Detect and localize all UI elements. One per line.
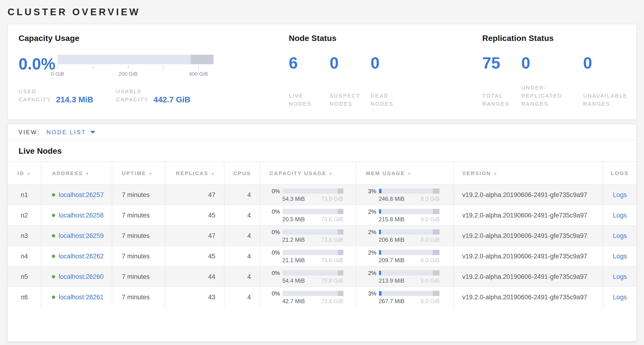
node-cpus: 4 bbox=[224, 184, 260, 205]
node-replicas: 44 bbox=[165, 266, 224, 287]
node-logs-cell: Logs bbox=[603, 205, 636, 225]
tick-mark bbox=[198, 66, 199, 69]
capacity-gauge-bar bbox=[58, 55, 214, 64]
node-status-title: Node Status bbox=[289, 34, 482, 43]
capacity-used-value: 20.5 MiB bbox=[282, 216, 305, 222]
node-capacity-usage-cell: 0% 42.7 MiB 73.8 GiB bbox=[260, 287, 356, 307]
node-address-link[interactable]: localhost:26258 bbox=[59, 211, 104, 219]
node-capacity-usage-cell: 0% 54.3 MiB 73.8 GiB bbox=[260, 184, 356, 205]
total-ranges-label: TOTAL RANGES bbox=[482, 92, 516, 108]
mem-bar-dark-segment bbox=[433, 188, 440, 194]
live-nodes-stat: 6 LIVE NODES bbox=[289, 55, 324, 108]
mem-bar-dark-segment bbox=[433, 291, 440, 296]
column-header-id[interactable]: ID▼ bbox=[8, 162, 42, 184]
mem-bar-fill bbox=[379, 271, 381, 275]
under-replicated-label: UNDER-REPLICATED RANGES bbox=[521, 84, 578, 108]
node-id: n3 bbox=[8, 225, 42, 246]
live-nodes-title: Live Nodes bbox=[18, 147, 636, 156]
node-address-cell: localhost:26259 bbox=[42, 225, 112, 246]
node-address-link[interactable]: localhost:26260 bbox=[59, 273, 104, 280]
node-address-link[interactable]: localhost:26262 bbox=[59, 252, 104, 260]
capacity-used-value: 21.1 MiB bbox=[282, 257, 305, 263]
node-mem-usage-cell: 2% 209.7 MiB 8.0 GiB bbox=[356, 246, 453, 266]
live-status-dot-icon bbox=[52, 275, 56, 278]
mem-bar-fill bbox=[379, 209, 381, 214]
capacity-total-value: 73.8 GiB bbox=[321, 257, 343, 263]
node-address-link[interactable]: localhost:26261 bbox=[59, 294, 104, 301]
column-header-address[interactable]: ADDRESS▼ bbox=[42, 162, 112, 184]
column-header-version[interactable]: VERSION▼ bbox=[454, 162, 603, 184]
logs-link[interactable]: Logs bbox=[613, 232, 627, 239]
unavailable-count: 0 bbox=[583, 55, 636, 71]
mem-used-value: 209.7 MiB bbox=[378, 257, 404, 263]
column-header-replicas[interactable]: REPLICAS▼ bbox=[165, 162, 224, 184]
used-capacity-label: USED CAPACITY bbox=[18, 88, 51, 104]
tick-label: 0 GiB bbox=[51, 71, 64, 77]
unavailable-label: UNAVAILABLE RANGES bbox=[583, 92, 636, 108]
logs-link[interactable]: Logs bbox=[613, 252, 627, 260]
capacity-percent-label: 0% bbox=[260, 249, 282, 256]
capacity-gauge-ticks bbox=[58, 66, 214, 70]
capacity-total-value: 73.8 GiB bbox=[321, 216, 343, 222]
node-cpus: 4 bbox=[224, 266, 260, 287]
usable-capacity-label: USABLE CAPACITY bbox=[116, 88, 149, 104]
column-header-mem-usage[interactable]: MEM USAGE▼ bbox=[356, 162, 453, 184]
replication-status-title: Replication Status bbox=[482, 34, 636, 43]
node-address-link[interactable]: localhost:26257 bbox=[59, 191, 104, 198]
live-nodes-label: LIVE NODES bbox=[289, 92, 324, 108]
mem-bar-dark-segment bbox=[433, 270, 440, 275]
mem-bar-fill bbox=[379, 230, 381, 234]
capacity-bar-dark-segment bbox=[338, 229, 343, 235]
capacity-total-value: 73.8 GiB bbox=[321, 237, 343, 242]
logs-link[interactable]: Logs bbox=[613, 211, 627, 219]
mem-percent-label: 2% bbox=[357, 229, 378, 235]
node-version: v19.2.0-alpha.20190606-2491-gfe735c9a97 bbox=[454, 205, 603, 225]
mem-bar-fill bbox=[379, 250, 381, 255]
capacity-bar bbox=[282, 209, 343, 214]
node-cpus: 4 bbox=[224, 225, 260, 246]
column-header-capacity-usage[interactable]: CAPACITY USAGE▼ bbox=[260, 162, 356, 184]
mem-percent-label: 2% bbox=[357, 270, 378, 276]
node-id: n6 bbox=[8, 287, 42, 307]
node-address-cell: localhost:26261 bbox=[42, 287, 112, 307]
node-version: v19.2.0-alpha.20190606-2491-gfe735c9a97 bbox=[454, 287, 603, 307]
node-address-link[interactable]: localhost:26259 bbox=[59, 232, 104, 239]
mem-used-value: 213.9 MiB bbox=[378, 278, 404, 283]
suspect-nodes-label: SUSPECT NODES bbox=[330, 92, 365, 108]
capacity-percent: 0.0% bbox=[18, 56, 58, 72]
view-mode-dropdown[interactable]: NODE LIST bbox=[46, 129, 95, 135]
node-cpus: 4 bbox=[224, 205, 260, 225]
logs-link[interactable]: Logs bbox=[613, 191, 627, 198]
node-capacity-usage-cell: 0% 54.4 MiB 73.8 GiB bbox=[260, 266, 356, 287]
live-status-dot-icon bbox=[52, 295, 56, 299]
logs-link[interactable]: Logs bbox=[613, 294, 627, 301]
dead-nodes-count: 0 bbox=[370, 55, 406, 71]
column-header-cpus[interactable]: CPUS bbox=[224, 162, 260, 184]
logs-link[interactable]: Logs bbox=[613, 273, 627, 280]
dead-nodes-label: DEAD NODES bbox=[370, 92, 406, 108]
sort-icon: ▼ bbox=[148, 172, 153, 176]
node-replicas: 45 bbox=[165, 246, 224, 266]
column-header-uptime[interactable]: UPTIME▼ bbox=[112, 162, 165, 184]
node-replicas: 43 bbox=[165, 287, 224, 307]
node-id: n4 bbox=[8, 246, 42, 266]
column-header-logs: LOGS bbox=[603, 162, 636, 184]
capacity-used-value: 21.2 MiB bbox=[282, 237, 305, 242]
mem-total-value: 8.0 GiB bbox=[420, 257, 440, 263]
node-version: v19.2.0-alpha.20190606-2491-gfe735c9a97 bbox=[454, 266, 603, 287]
view-bar: VIEW: NODE LIST bbox=[8, 124, 636, 140]
mem-bar bbox=[378, 209, 440, 214]
capacity-percent-label: 0% bbox=[260, 208, 282, 215]
mem-bar bbox=[378, 250, 440, 255]
capacity-total-value: 73.8 GiB bbox=[321, 278, 343, 283]
capacity-bar bbox=[282, 270, 343, 275]
capacity-bar-dark-segment bbox=[338, 250, 343, 255]
mem-percent-label: 3% bbox=[357, 188, 378, 194]
suspect-nodes-stat: 0 SUSPECT NODES bbox=[330, 55, 365, 108]
mem-percent-label: 2% bbox=[357, 249, 378, 256]
tick-mark bbox=[163, 66, 164, 69]
live-status-dot-icon bbox=[52, 234, 56, 237]
capacity-usage-section: Capacity Usage 0.0% 0 GiB bbox=[18, 34, 289, 119]
cluster-summary-card: Capacity Usage 0.0% 0 GiB bbox=[7, 24, 637, 120]
node-capacity-usage-cell: 0% 21.1 MiB 73.8 GiB bbox=[260, 246, 356, 266]
